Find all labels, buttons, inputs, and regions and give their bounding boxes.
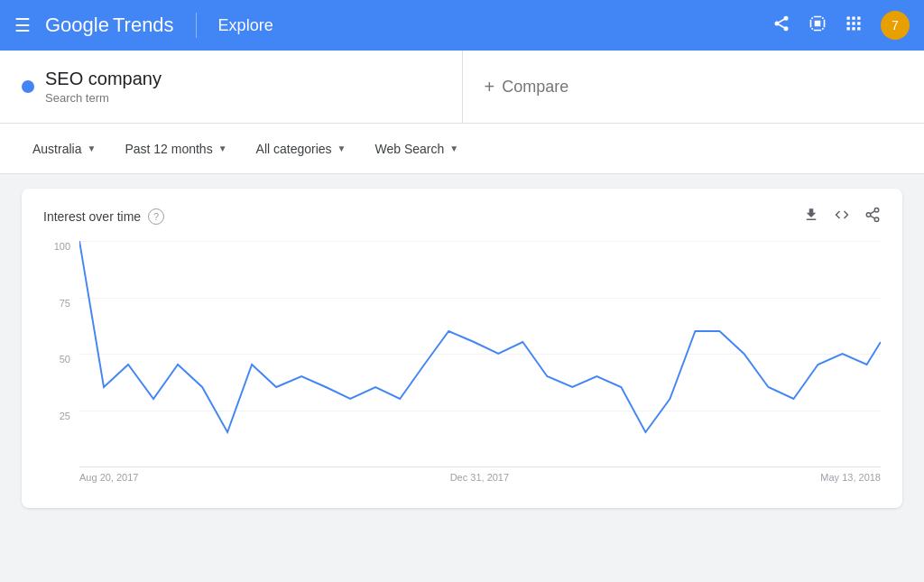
svg-rect-5 xyxy=(847,16,850,19)
header-left: ☰ Google Trends Explore xyxy=(14,13,758,38)
y-label-25: 25 xyxy=(43,411,70,421)
region-filter[interactable]: Australia ▼ xyxy=(22,134,106,163)
search-area: SEO company Search term + Compare xyxy=(0,51,924,124)
svg-rect-8 xyxy=(847,22,850,24)
search-type-filter[interactable]: Web Search ▼ xyxy=(365,134,470,163)
svg-rect-9 xyxy=(852,22,855,24)
region-label: Australia xyxy=(32,142,81,156)
category-arrow-icon: ▼ xyxy=(337,143,346,153)
svg-line-17 xyxy=(870,216,874,218)
y-label-75: 75 xyxy=(43,298,70,309)
google-trends-logo: Google Trends xyxy=(45,14,174,37)
search-term-box: SEO company Search term xyxy=(0,51,463,123)
period-label: Past 12 months xyxy=(125,142,212,156)
term-name: SEO company xyxy=(45,69,162,89)
svg-rect-13 xyxy=(857,27,860,30)
svg-point-15 xyxy=(866,213,871,217)
share-chart-button[interactable] xyxy=(864,207,881,226)
share-icon[interactable] xyxy=(772,14,790,37)
svg-point-1 xyxy=(775,21,780,25)
x-label-dec: Dec 31, 2017 xyxy=(450,472,509,488)
term-type: Search term xyxy=(45,91,162,105)
notification-icon[interactable] xyxy=(808,14,827,37)
svg-point-2 xyxy=(784,26,789,31)
help-icon[interactable]: ? xyxy=(148,208,164,225)
chart-title-area: Interest over time ? xyxy=(43,208,164,225)
svg-rect-6 xyxy=(852,16,855,19)
category-filter[interactable]: All categories ▼ xyxy=(245,134,357,163)
search-type-label: Web Search xyxy=(375,142,445,156)
download-button[interactable] xyxy=(803,207,819,226)
main-content: Interest over time ? 100 75 50 xyxy=(0,174,924,522)
filter-bar: Australia ▼ Past 12 months ▼ All categor… xyxy=(0,124,924,174)
embed-button[interactable] xyxy=(834,207,850,226)
chart-actions xyxy=(803,207,881,226)
term-color-dot xyxy=(22,80,34,93)
y-label-50: 50 xyxy=(43,354,70,365)
trends-logo-text: Trends xyxy=(113,14,174,37)
svg-line-3 xyxy=(779,24,784,27)
grid-line-0 xyxy=(79,467,881,467)
chart-inner xyxy=(79,241,881,467)
category-label: All categories xyxy=(256,142,332,156)
compare-plus-icon: + xyxy=(485,77,495,97)
hamburger-icon[interactable]: ☰ xyxy=(14,14,31,36)
trend-line-svg xyxy=(79,241,881,467)
x-label-aug: Aug 20, 2017 xyxy=(79,472,138,488)
svg-point-14 xyxy=(874,208,879,213)
app-header: ☰ Google Trends Explore 7 xyxy=(0,0,924,51)
region-arrow-icon: ▼ xyxy=(87,143,96,153)
x-label-may: May 13, 2018 xyxy=(820,472,881,488)
y-axis: 100 75 50 25 xyxy=(43,241,70,467)
compare-box[interactable]: + Compare xyxy=(463,51,925,123)
chart-header: Interest over time ? xyxy=(43,207,881,226)
header-divider xyxy=(196,13,197,38)
compare-label: Compare xyxy=(502,78,568,97)
search-type-arrow-icon: ▼ xyxy=(449,143,458,153)
svg-rect-10 xyxy=(857,22,860,24)
svg-line-18 xyxy=(870,211,874,214)
svg-point-0 xyxy=(784,15,789,20)
explore-label: Explore xyxy=(218,16,273,35)
svg-rect-11 xyxy=(847,27,850,30)
svg-line-4 xyxy=(779,19,784,22)
svg-rect-12 xyxy=(852,27,855,30)
chart-card: Interest over time ? 100 75 50 xyxy=(22,189,902,508)
user-avatar[interactable]: 7 xyxy=(881,11,910,40)
apps-icon[interactable] xyxy=(845,14,863,37)
period-filter[interactable]: Past 12 months ▼ xyxy=(114,134,237,163)
y-label-100: 100 xyxy=(43,241,70,252)
x-labels: Aug 20, 2017 Dec 31, 2017 May 13, 2018 xyxy=(79,467,881,488)
chart-title: Interest over time xyxy=(43,209,141,224)
svg-rect-7 xyxy=(857,16,860,19)
term-info: SEO company Search term xyxy=(45,69,162,105)
header-right: 7 xyxy=(772,11,910,40)
google-logo-text: Google xyxy=(45,14,109,37)
period-arrow-icon: ▼ xyxy=(218,143,227,153)
svg-point-16 xyxy=(874,217,879,222)
chart-container: 100 75 50 25 xyxy=(43,241,881,494)
